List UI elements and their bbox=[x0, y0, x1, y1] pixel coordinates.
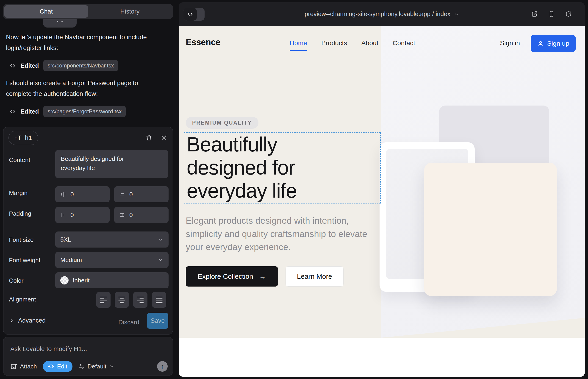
chevron-down-icon bbox=[454, 12, 459, 17]
chat-message: I should also create a Forgot Password p… bbox=[6, 78, 148, 99]
padding-y-input[interactable]: 0 bbox=[114, 207, 169, 223]
font-weight-select[interactable]: Medium bbox=[55, 252, 169, 268]
hero-description: Elegant products designed with intention… bbox=[186, 214, 371, 254]
sidebar-tabbar: Chat History bbox=[3, 4, 173, 19]
learn-more-button[interactable]: Learn More bbox=[286, 266, 343, 286]
code-icon bbox=[9, 62, 16, 69]
font-size-value: 5XL bbox=[60, 236, 71, 243]
edited-file-row[interactable]: Edited src/components/Navbar.tsx bbox=[9, 60, 118, 71]
color-label: Color bbox=[9, 277, 23, 284]
user-icon bbox=[537, 40, 544, 47]
decor-card-cream bbox=[424, 163, 557, 296]
preview-window: preview--charming-site-symphony.lovable.… bbox=[179, 2, 585, 377]
margin-y-value: 0 bbox=[129, 191, 133, 198]
sign-up-button[interactable]: Sign up bbox=[531, 35, 576, 52]
code-icon bbox=[9, 108, 16, 115]
margin-horizontal-icon bbox=[60, 191, 66, 197]
align-right-icon bbox=[137, 297, 144, 303]
app-root: Chat History Now let's update the Navbar… bbox=[0, 0, 588, 379]
align-center-icon bbox=[118, 297, 125, 303]
nav-link-about[interactable]: About bbox=[361, 39, 378, 51]
padding-x-value: 0 bbox=[70, 211, 74, 219]
padding-y-value: 0 bbox=[129, 211, 133, 219]
padding-x-input[interactable]: 0 bbox=[55, 207, 110, 223]
align-left-button[interactable] bbox=[96, 292, 110, 308]
clipped-chat-badge bbox=[43, 19, 77, 28]
margin-vertical-icon bbox=[119, 191, 125, 197]
content-textarea[interactable]: Beautifully designed for everyday life bbox=[55, 150, 168, 178]
file-path-badge[interactable]: src/components/Navbar.tsx bbox=[43, 60, 118, 71]
url-bar[interactable]: preview--charming-site-symphony.lovable.… bbox=[179, 11, 585, 18]
edit-mode-button[interactable]: Edit bbox=[43, 361, 73, 372]
margin-label: Margin bbox=[9, 190, 28, 197]
edited-file-row[interactable]: Edited src/pages/ForgotPassword.tsx bbox=[9, 106, 126, 117]
chevron-down-icon bbox=[157, 257, 164, 263]
edited-label: Edited bbox=[21, 108, 39, 115]
tab-chat[interactable]: Chat bbox=[4, 5, 88, 18]
sliders-icon bbox=[78, 363, 85, 370]
close-panel-button[interactable] bbox=[159, 133, 169, 143]
browser-topbar: preview--charming-site-symphony.lovable.… bbox=[179, 2, 585, 26]
align-left-icon bbox=[100, 297, 107, 303]
padding-horizontal-icon bbox=[60, 212, 66, 218]
element-editor-panel: TT h1 Content Beautifully designed for e… bbox=[3, 127, 173, 334]
sign-in-link[interactable]: Sign in bbox=[500, 39, 520, 47]
mobile-view-button[interactable] bbox=[548, 11, 555, 17]
nav-link-products[interactable]: Products bbox=[321, 39, 347, 51]
target-icon bbox=[48, 363, 54, 370]
site-nav: Home Products About Contact bbox=[290, 39, 415, 51]
site-logo[interactable]: Essence bbox=[186, 37, 220, 47]
font-size-label: Font size bbox=[9, 236, 34, 243]
alignment-label: Alignment bbox=[9, 296, 36, 303]
chevron-down-icon bbox=[109, 364, 114, 369]
attach-button[interactable]: Attach bbox=[10, 363, 37, 370]
advanced-label: Advanced bbox=[18, 317, 46, 324]
open-external-button[interactable] bbox=[531, 11, 538, 17]
hero-badge: PREMIUM QUALITY bbox=[186, 117, 259, 129]
font-size-select[interactable]: 5XL bbox=[55, 232, 169, 248]
send-button[interactable]: ↑ bbox=[157, 361, 168, 372]
color-select[interactable]: Inherit bbox=[55, 272, 169, 288]
delete-element-button[interactable] bbox=[144, 133, 154, 143]
margin-x-value: 0 bbox=[70, 191, 74, 198]
nav-link-home[interactable]: Home bbox=[290, 39, 307, 51]
save-button[interactable]: Save bbox=[147, 313, 168, 329]
font-weight-value: Medium bbox=[60, 256, 82, 264]
chat-composer[interactable]: Ask Lovable to modify H1... Attach Edit … bbox=[3, 337, 173, 376]
nav-link-contact[interactable]: Contact bbox=[393, 39, 415, 51]
discard-button[interactable]: Discard bbox=[118, 319, 139, 326]
margin-y-input[interactable]: 0 bbox=[114, 186, 169, 202]
model-selector[interactable]: Default bbox=[78, 363, 114, 370]
text-size-icon: TT bbox=[15, 134, 22, 142]
align-justify-button[interactable] bbox=[152, 292, 166, 308]
tab-history[interactable]: History bbox=[88, 5, 172, 18]
arrow-right-icon: → bbox=[259, 272, 266, 280]
padding-label: Padding bbox=[9, 210, 31, 217]
preview-page: Essence Home Products About Contact Sign… bbox=[179, 26, 585, 377]
arrow-up-icon: ↑ bbox=[161, 363, 164, 370]
explore-collection-button[interactable]: Explore Collection → bbox=[186, 266, 278, 286]
color-swatch bbox=[60, 276, 69, 284]
h1-selection-outline[interactable]: Beautifully designed for everyday life bbox=[184, 132, 381, 204]
color-value: Inherit bbox=[73, 277, 90, 284]
element-tag: h1 bbox=[25, 134, 32, 142]
padding-vertical-icon bbox=[119, 212, 125, 218]
advanced-toggle[interactable]: Advanced bbox=[9, 317, 46, 324]
composer-placeholder[interactable]: Ask Lovable to modify H1... bbox=[10, 345, 87, 353]
hero-heading[interactable]: Beautifully designed for everyday life bbox=[187, 133, 297, 202]
margin-x-input[interactable]: 0 bbox=[55, 186, 110, 202]
file-path-badge[interactable]: src/pages/ForgotPassword.tsx bbox=[43, 106, 126, 117]
selected-element-pill[interactable]: TT h1 bbox=[8, 131, 38, 145]
content-label: Content bbox=[9, 157, 30, 164]
chevron-right-icon bbox=[9, 318, 15, 323]
chevron-down-icon bbox=[157, 237, 164, 242]
edited-label: Edited bbox=[21, 62, 39, 69]
font-weight-label: Font weight bbox=[9, 257, 40, 264]
refresh-button[interactable] bbox=[565, 11, 572, 17]
align-justify-icon bbox=[156, 297, 163, 303]
align-right-button[interactable] bbox=[133, 292, 147, 308]
chat-message: Now let's update the Navbar component to… bbox=[6, 32, 148, 53]
align-center-button[interactable] bbox=[115, 292, 129, 308]
image-plus-icon bbox=[10, 363, 17, 370]
